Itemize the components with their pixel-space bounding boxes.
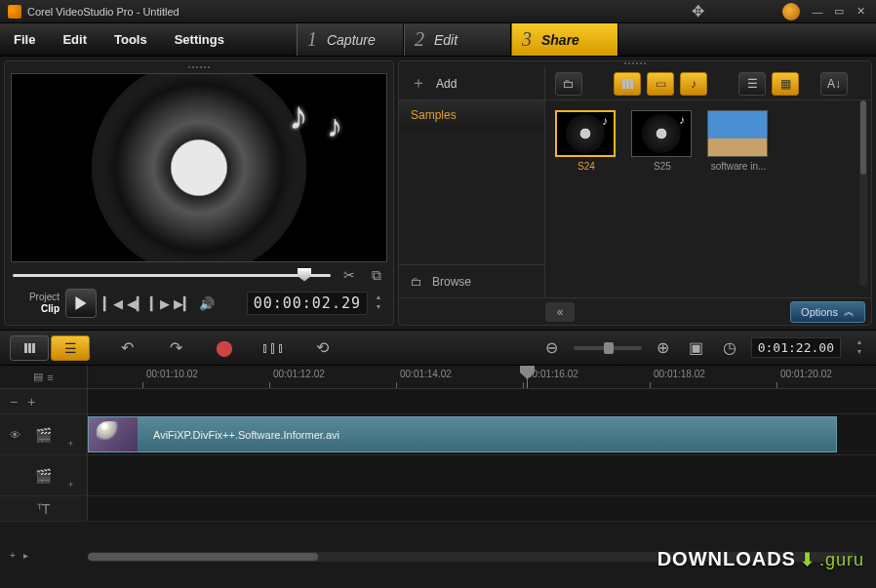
- library-folder-samples[interactable]: Samples: [399, 100, 544, 130]
- minimize-button[interactable]: —: [810, 5, 825, 19]
- video-clip[interactable]: AviFiXP.DivFix++.Software.Informer.avi: [88, 416, 837, 452]
- scrub-slider[interactable]: [13, 274, 331, 277]
- overlay-track-icon: 🎬: [35, 468, 52, 484]
- track-controls[interactable]: − +: [0, 389, 88, 413]
- library-scrollbar[interactable]: [859, 100, 867, 286]
- overlay-track-header[interactable]: 🎬 +: [0, 455, 88, 495]
- scrub-handle[interactable]: [298, 268, 311, 282]
- record-button[interactable]: ⬤: [213, 338, 236, 357]
- preview-panel: ♪ ♪ ✂ ⧉ Project Clip ▎◀ ◀▎ ▎▶ ▶▎ 🔊 00:00…: [4, 60, 394, 326]
- plus-icon: +: [27, 394, 35, 410]
- playback-mode[interactable]: Project Clip: [13, 292, 60, 315]
- settings-gear-icon[interactable]: [782, 3, 800, 20]
- window-title: Corel VideoStudio Pro - Untitled: [27, 6, 692, 18]
- step-capture[interactable]: 1 Capture: [297, 23, 404, 56]
- undo-button[interactable]: ↶: [115, 338, 139, 357]
- chevron-up-icon: ︽: [844, 304, 855, 319]
- step-number: 1: [307, 28, 317, 51]
- filter-audio-button[interactable]: ♪: [680, 72, 707, 96]
- library-toolbar: 🗀 ▭ ♪ ☰ ▦ A↓: [545, 67, 871, 100]
- menu-file[interactable]: File: [0, 23, 49, 56]
- add-overlay-icon: +: [68, 439, 73, 449]
- zoom-in-button[interactable]: ⊕: [652, 338, 675, 357]
- fit-button[interactable]: ▣: [685, 338, 708, 357]
- playhead[interactable]: [527, 366, 528, 388]
- redo-button[interactable]: ↷: [164, 338, 187, 357]
- library-item[interactable]: software in...: [707, 110, 770, 172]
- filter-video-button[interactable]: [614, 72, 641, 96]
- next-frame-button[interactable]: ▎▶: [149, 293, 171, 314]
- app-icon: [8, 5, 21, 19]
- menu-edit[interactable]: Edit: [49, 23, 100, 56]
- step-edit[interactable]: 2 Edit: [404, 23, 511, 56]
- chevron-right-icon: ▸: [23, 550, 28, 561]
- view-list-button[interactable]: ☰: [738, 72, 766, 96]
- maximize-button[interactable]: ▭: [831, 5, 847, 19]
- library-item[interactable]: ♪ S24: [555, 110, 617, 172]
- menu-settings[interactable]: Settings: [161, 23, 238, 56]
- minus-icon: −: [10, 394, 18, 410]
- start-button[interactable]: ▎◀: [102, 293, 124, 314]
- options-button[interactable]: Options ︽: [790, 301, 865, 323]
- timeline-ruler[interactable]: 00:01:10.02 00:01:12.02 00:01:14.02 00:0…: [88, 366, 876, 388]
- audio-mixer-button[interactable]: ⫾⫿⫾: [261, 339, 285, 357]
- cut-icon[interactable]: ✂: [340, 266, 358, 284]
- add-track-button[interactable]: + ▸: [0, 546, 88, 564]
- sort-button[interactable]: A↓: [820, 72, 848, 96]
- close-button[interactable]: ✕: [853, 5, 868, 19]
- overlay-track-lane[interactable]: [88, 455, 876, 495]
- filter-photo-button[interactable]: ▭: [647, 72, 674, 96]
- video-track-header[interactable]: 👁 🎬 +: [0, 414, 88, 454]
- ruler-tick: 00:01:12.02: [273, 369, 325, 379]
- timeline-toolbar: ☰ ↶ ↷ ⬤ ⫾⫿⫾ ⟲ ⊖ ⊕ ▣ ◷ 0:01:22.00 ▲▼: [0, 331, 876, 366]
- titlebar: Corel VideoStudio Pro - Untitled ✥ — ▭ ✕: [0, 0, 876, 23]
- timeline-tracks: − + 👁 🎬 + AviFiXP.DivFix++.Software.Info…: [0, 389, 876, 564]
- library-item[interactable]: ♪ S25: [631, 110, 694, 172]
- title-track-header[interactable]: ᵀT: [0, 496, 88, 521]
- preview-content: [92, 73, 306, 262]
- storyboard-mode-button[interactable]: [10, 335, 49, 361]
- zoom-slider[interactable]: [574, 346, 642, 350]
- plus-icon: +: [10, 550, 16, 561]
- track-header-controls[interactable]: ▤ ≡: [0, 366, 88, 388]
- title-track-lane[interactable]: [88, 496, 876, 521]
- play-button[interactable]: [65, 289, 97, 318]
- duration-spinner[interactable]: ▲▼: [853, 338, 866, 358]
- film-icon: ▤: [33, 371, 43, 383]
- timeline-scrollbar[interactable]: [88, 552, 856, 562]
- menu-tools[interactable]: Tools: [100, 23, 161, 56]
- music-note-icon: ♪: [327, 108, 342, 144]
- music-note-icon: ♪: [289, 94, 308, 137]
- title-track-icon: ᵀT: [37, 501, 51, 517]
- end-button[interactable]: ▶▎: [173, 293, 194, 314]
- timecode-spinner[interactable]: ▲▼: [372, 294, 385, 313]
- thumb-label: S25: [631, 161, 694, 172]
- step-share[interactable]: 3 Share: [511, 23, 618, 56]
- open-folder-button[interactable]: 🗀: [555, 72, 582, 96]
- volume-icon[interactable]: 🔊: [196, 293, 218, 314]
- track-lane[interactable]: [88, 389, 876, 413]
- video-track-lane[interactable]: AviFiXP.DivFix++.Software.Informer.avi: [88, 414, 876, 454]
- move-icon[interactable]: ✥: [692, 2, 704, 20]
- batch-convert-button[interactable]: ⟲: [310, 338, 334, 357]
- library-panel: ＋ Add Samples 🗀 Browse 🗀 ▭ ♪: [398, 60, 872, 326]
- view-grid-button[interactable]: ▦: [772, 72, 799, 96]
- library-browse-button[interactable]: 🗀 Browse: [399, 264, 544, 297]
- plus-icon: ＋: [411, 73, 426, 94]
- mark-range-icon[interactable]: ⧉: [368, 266, 385, 284]
- clock-icon[interactable]: ◷: [718, 338, 741, 357]
- prev-frame-button[interactable]: ◀▎: [126, 293, 147, 314]
- zoom-out-button[interactable]: ⊖: [540, 338, 564, 357]
- add-overlay-icon: +: [68, 480, 73, 490]
- preview-timecode[interactable]: 00:00:02.29: [247, 292, 368, 315]
- preview-viewport[interactable]: ♪ ♪: [11, 73, 387, 262]
- ruler-tick: 00:01:20.02: [780, 369, 832, 379]
- step-label: Share: [541, 32, 579, 48]
- panel-grip[interactable]: [9, 65, 389, 71]
- clip-thumbnail: [89, 417, 138, 451]
- collapse-button[interactable]: «: [545, 302, 575, 322]
- timeline-mode-button[interactable]: ☰: [51, 335, 90, 361]
- library-sidebar: ＋ Add Samples 🗀 Browse: [399, 67, 545, 297]
- library-add-button[interactable]: ＋ Add: [399, 67, 544, 100]
- browse-label: Browse: [432, 275, 471, 289]
